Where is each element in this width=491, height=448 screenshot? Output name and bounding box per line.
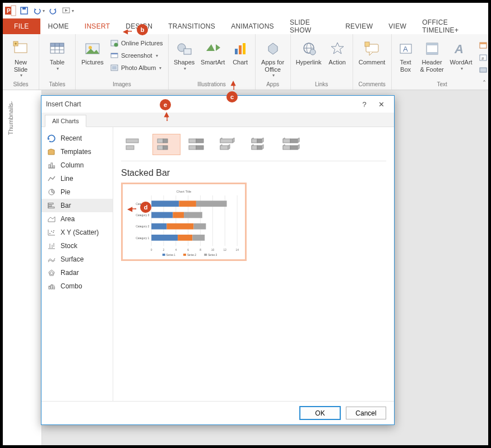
dialog-close-button[interactable]: ✕	[373, 100, 390, 109]
object-icon	[479, 66, 488, 74]
svg-rect-82	[283, 139, 290, 143]
redo-button[interactable]	[47, 4, 60, 17]
subtype-3-d-stacked-bar[interactable]	[247, 134, 275, 155]
ribbon-tabs: FILE HOME INSERT DESIGN TRANSITIONS ANIM…	[3, 18, 488, 34]
start-slideshow-button[interactable]: ▾	[61, 4, 75, 17]
group-comments: Comments	[358, 80, 385, 90]
smartart-button[interactable]: SmartArt	[199, 36, 227, 66]
svg-rect-40	[480, 43, 487, 44]
tab-file[interactable]: FILE	[3, 18, 40, 34]
svg-text:Series 3: Series 3	[208, 254, 217, 256]
cancel-button[interactable]: Cancel	[346, 407, 386, 419]
tab-all-charts[interactable]: All Charts	[45, 115, 86, 127]
comment-label: Comment	[359, 59, 386, 66]
category-pie[interactable]: Pie	[41, 185, 113, 199]
header-footer-icon	[425, 39, 439, 59]
undo-button[interactable]: ▾	[32, 4, 45, 17]
svg-text:Category 2: Category 2	[136, 225, 149, 228]
apps-label: Apps for Office	[261, 59, 284, 73]
comment-button[interactable]: Comment	[356, 36, 388, 66]
svg-rect-105	[179, 200, 196, 207]
screenshot-button[interactable]: Screenshot▾	[108, 50, 165, 61]
action-button[interactable]: Action	[326, 36, 349, 66]
category-stock[interactable]: Stock	[41, 239, 113, 253]
category-label: Column	[61, 161, 84, 169]
header-footer-button[interactable]: Header & Footer	[419, 36, 446, 73]
photo-album-button[interactable]: Photo Album▾	[108, 62, 165, 73]
svg-rect-75	[196, 146, 203, 150]
photo-album-icon	[110, 63, 119, 72]
group-slides: Slides	[13, 80, 28, 90]
svg-text:0: 0	[151, 249, 152, 251]
category-radar[interactable]: Radar	[41, 266, 113, 279]
svg-rect-69	[163, 139, 168, 143]
subtype-100-stacked-bar[interactable]	[184, 134, 212, 155]
pictures-button[interactable]: Pictures	[79, 36, 106, 66]
save-button[interactable]	[17, 4, 31, 17]
slide-number-button[interactable]: #	[477, 52, 489, 63]
category-surface[interactable]: Surface	[41, 253, 113, 266]
subtype-3-d-100-stacked-bar[interactable]	[278, 134, 306, 155]
callout-e: e	[160, 99, 171, 110]
category-templates[interactable]: Templates	[41, 145, 113, 158]
tab-review[interactable]: REVIEW	[337, 18, 381, 34]
svg-rect-68	[158, 139, 163, 143]
dialog-help-button[interactable]: ?	[356, 100, 373, 109]
tab-home[interactable]: HOME	[40, 18, 77, 34]
date-time-button[interactable]	[477, 40, 489, 51]
shapes-button[interactable]: Shapes▾	[172, 36, 197, 71]
svg-rect-113	[166, 223, 193, 230]
tab-insert[interactable]: INSERT	[77, 18, 118, 34]
chart-preview[interactable]: Chart Title02468101214Category 4Category…	[121, 183, 247, 261]
category-line[interactable]: Line	[41, 172, 113, 185]
category-bar[interactable]: Bar	[41, 199, 113, 212]
table-button[interactable]: Table ▾	[43, 36, 72, 71]
tab-view[interactable]: VIEW	[381, 18, 414, 34]
category-recent[interactable]: Recent	[41, 132, 113, 145]
group-text: Text	[437, 80, 447, 90]
category-icon	[47, 282, 56, 291]
category-area[interactable]: Area	[41, 212, 113, 226]
tab-animations[interactable]: ANIMATIONS	[223, 18, 282, 34]
svg-rect-80	[252, 146, 257, 150]
chart-icon	[232, 39, 249, 59]
category-icon	[47, 161, 56, 170]
svg-rect-84	[283, 146, 290, 150]
category-combo[interactable]: Combo	[41, 279, 113, 293]
collapse-ribbon-icon[interactable]: ˄	[483, 80, 486, 87]
tab-slideshow[interactable]: SLIDE SHOW	[282, 18, 337, 34]
svg-rect-119	[163, 254, 165, 256]
svg-rect-2	[11, 6, 16, 16]
new-slide-icon	[12, 39, 29, 59]
subtype-3-d-clustered-bar[interactable]	[215, 134, 243, 155]
textbox-button[interactable]: A Text Box	[395, 36, 416, 73]
subtype-stacked-bar[interactable]	[152, 134, 180, 155]
hyperlink-icon	[300, 39, 317, 59]
dialog-title: Insert Chart	[46, 100, 81, 108]
chart-button[interactable]: Chart	[229, 36, 252, 66]
category-label: X Y (Scatter)	[61, 228, 99, 236]
callout-d: d	[140, 202, 151, 213]
category-x-y-scatter-[interactable]: X Y (Scatter)	[41, 226, 113, 239]
chart-label: Chart	[233, 59, 248, 66]
online-pictures-button[interactable]: Online Pictures	[108, 38, 165, 49]
svg-rect-50	[48, 203, 53, 204]
smartart-icon	[205, 39, 221, 59]
object-button[interactable]	[477, 64, 489, 76]
hyperlink-label: Hyperlink	[296, 59, 322, 66]
subtype-clustered-bar[interactable]	[121, 134, 149, 155]
svg-rect-32	[365, 42, 369, 46]
callout-arrow-d: ◀┅	[127, 205, 136, 213]
new-slide-button[interactable]: New Slide ▾	[6, 36, 35, 78]
apps-button[interactable]: Apps for Office▾	[259, 36, 287, 78]
thumbnails-pane[interactable]: › Thumbnails	[3, 90, 42, 445]
wordart-label: WordArt	[450, 59, 473, 66]
svg-rect-67	[126, 146, 134, 150]
wordart-button[interactable]: A WordArt▾	[448, 36, 475, 71]
tab-office-timeline[interactable]: OFFICE TIMELINE+	[414, 18, 488, 34]
ok-button[interactable]: OK	[300, 407, 340, 419]
category-column[interactable]: Column	[41, 158, 113, 172]
svg-text:#: #	[481, 56, 484, 61]
tab-transitions[interactable]: TRANSITIONS	[160, 18, 223, 34]
hyperlink-button[interactable]: Hyperlink	[294, 36, 323, 66]
